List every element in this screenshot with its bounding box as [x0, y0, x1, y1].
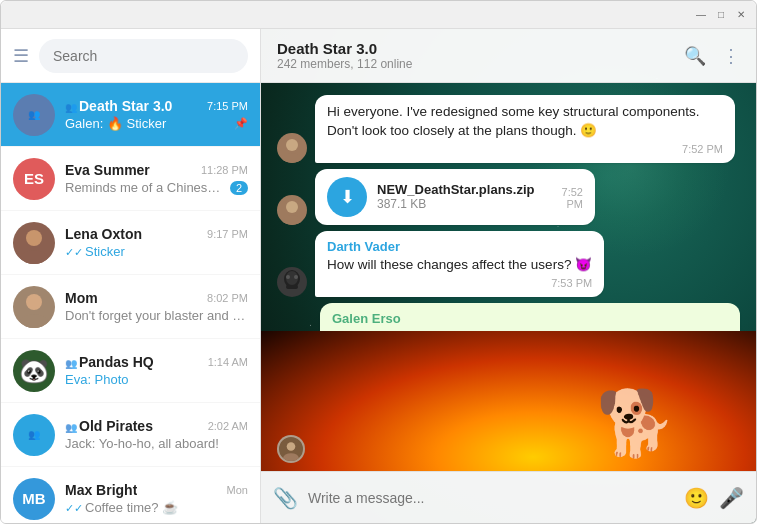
message-bubble: Darth Vader How will these changes affec… — [315, 231, 604, 297]
message-time: 7:53 PM — [327, 277, 592, 289]
file-bubble: ⬇ NEW_DeathStar.plans.zip 387.1 KB 7:52 … — [315, 169, 595, 225]
unread-badge: 2 — [230, 181, 248, 195]
chat-list-item[interactable]: 🐼 👥Pandas HQ 1:14 AM Eva: Photo — [1, 339, 260, 403]
chat-info: Mom 8:02 PM Don't forget your blaster an… — [65, 290, 248, 323]
chat-time: 2:02 AM — [208, 420, 248, 432]
chat-list-item[interactable]: ES Eva Summer 11:28 PM Reminds me of a C… — [1, 147, 260, 211]
chat-header-info: Death Star 3.0 242 members, 112 online — [277, 40, 412, 71]
chat-title: Death Star 3.0 — [277, 40, 412, 57]
explosion-background: 🐕 — [261, 331, 756, 471]
chat-preview: Galen: 🔥 Sticker — [65, 116, 234, 131]
search-icon[interactable]: 🔍 — [684, 45, 706, 67]
chat-time: Mon — [227, 484, 248, 496]
file-name: NEW_DeathStar.plans.zip — [377, 182, 534, 197]
chat-list-item[interactable]: 👥 👥Death Star 3.0 7:15 PM Galen: 🔥 Stick… — [1, 83, 260, 147]
chat-time: 8:02 PM — [207, 292, 248, 304]
chat-info: 👥Old Pirates 2:02 AM Jack: Yo-ho-ho, all… — [65, 418, 248, 451]
chat-name: Mom — [65, 290, 98, 306]
avatar — [277, 267, 307, 297]
svg-point-9 — [282, 153, 302, 163]
chat-info: Eva Summer 11:28 PM Reminds me of a Chin… — [65, 162, 248, 195]
close-button[interactable]: ✕ — [734, 8, 748, 22]
chat-info: Max Bright Mon ✓✓Coffee time? ☕ — [65, 482, 248, 515]
message-time: 7:52 PM — [327, 143, 723, 155]
chat-info: Lena Oxton 9:17 PM ✓✓Sticker — [65, 226, 248, 259]
mic-icon[interactable]: 🎤 — [719, 486, 744, 510]
svg-point-0 — [26, 230, 42, 246]
chat-list-item[interactable]: 👥 👥Old Pirates 2:02 AM Jack: Yo-ho-ho, a… — [1, 403, 260, 467]
file-time: 7:52 PM — [544, 186, 583, 210]
sidebar-header: ☰ — [1, 29, 260, 83]
search-input[interactable] — [39, 39, 248, 73]
message-row: Galen Erso This version can blow up two … — [277, 303, 740, 331]
download-icon: ⬇ — [327, 177, 367, 217]
svg-point-10 — [286, 201, 298, 213]
avatar — [277, 195, 307, 225]
chat-preview: ✓✓Coffee time? ☕ — [65, 500, 248, 515]
message-sender: Darth Vader — [327, 239, 592, 254]
chat-time: 1:14 AM — [208, 356, 248, 368]
chat-name: 👥Old Pirates — [65, 418, 153, 434]
input-area: 📎 🙂 🎤 — [261, 471, 756, 523]
chat-time: 9:17 PM — [207, 228, 248, 240]
chat-header: Death Star 3.0 242 members, 112 online 🔍… — [261, 29, 756, 83]
title-bar: — □ ✕ — [1, 1, 756, 29]
attach-icon[interactable]: 📎 — [273, 486, 298, 510]
message-sender: Galen Erso — [332, 311, 728, 326]
minimize-button[interactable]: — — [694, 8, 708, 22]
svg-point-14 — [286, 275, 290, 279]
chat-name: Lena Oxton — [65, 226, 142, 242]
avatar — [277, 133, 307, 163]
svg-point-1 — [20, 250, 48, 264]
chat-info: 👥Death Star 3.0 7:15 PM Galen: 🔥 Sticker… — [65, 98, 248, 131]
svg-point-2 — [26, 294, 42, 310]
chat-area: Death Star 3.0 242 members, 112 online 🔍… — [261, 29, 756, 523]
chat-header-actions: 🔍 ⋮ — [684, 45, 740, 67]
chat-subtitle: 242 members, 112 online — [277, 57, 412, 71]
svg-point-3 — [20, 314, 48, 328]
more-options-icon[interactable]: ⋮ — [722, 45, 740, 67]
svg-point-15 — [294, 275, 298, 279]
maximize-button[interactable]: □ — [714, 8, 728, 22]
chat-preview: Reminds me of a Chinese prove... — [65, 180, 226, 195]
chat-list: 👥 👥Death Star 3.0 7:15 PM Galen: 🔥 Stick… — [1, 83, 260, 523]
file-info: NEW_DeathStar.plans.zip 387.1 KB — [377, 182, 534, 211]
chat-preview: Don't forget your blaster and helmet — [65, 308, 248, 323]
app-body: ☰ 👥 👥Death Star 3.0 7:15 PM Galen: 🔥 Sti… — [1, 29, 756, 523]
chat-preview: ✓✓Sticker — [65, 244, 248, 259]
chat-name: 👥Death Star 3.0 — [65, 98, 172, 114]
message-row: ⬇ NEW_DeathStar.plans.zip 387.1 KB 7:52 … — [277, 169, 740, 225]
chat-time: 7:15 PM — [207, 100, 248, 112]
chat-list-item[interactable]: MB Max Bright Mon ✓✓Coffee time? ☕ — [1, 467, 260, 523]
message-row: Darth Vader How will these changes affec… — [277, 231, 740, 297]
svg-point-17 — [287, 442, 296, 451]
chat-list-item[interactable]: Lena Oxton 9:17 PM ✓✓Sticker — [1, 211, 260, 275]
svg-rect-16 — [286, 285, 298, 289]
message-bubble: Galen Erso This version can blow up two … — [320, 303, 740, 331]
svg-point-18 — [283, 453, 298, 462]
message-text: Hi everyone. I've redesigned some key st… — [327, 103, 723, 141]
message-input[interactable] — [308, 490, 674, 506]
file-size: 387.1 KB — [377, 197, 534, 211]
message-row: Hi everyone. I've redesigned some key st… — [277, 95, 740, 163]
chat-time: 11:28 PM — [201, 164, 248, 176]
chat-preview: Jack: Yo-ho-ho, all aboard! — [65, 436, 248, 451]
chat-name: Eva Summer — [65, 162, 150, 178]
messages-area: Hi everyone. I've redesigned some key st… — [261, 83, 756, 331]
sidebar: ☰ 👥 👥Death Star 3.0 7:15 PM Galen: 🔥 Sti… — [1, 29, 261, 523]
chat-info: 👥Pandas HQ 1:14 AM Eva: Photo — [65, 354, 248, 387]
hamburger-icon[interactable]: ☰ — [13, 45, 29, 67]
message-text: How will these changes affect the users?… — [327, 256, 592, 275]
chat-name: Max Bright — [65, 482, 137, 498]
chat-list-item[interactable]: Mom 8:02 PM Don't forget your blaster an… — [1, 275, 260, 339]
emoji-icon[interactable]: 🙂 — [684, 486, 709, 510]
svg-point-8 — [286, 139, 298, 151]
chat-preview: Eva: Photo — [65, 372, 248, 387]
chat-name: 👥Pandas HQ — [65, 354, 154, 370]
window-controls: — □ ✕ — [694, 8, 748, 22]
svg-point-11 — [282, 215, 302, 225]
chat-image-area: 🐕 — [261, 331, 756, 471]
message-bubble: Hi everyone. I've redesigned some key st… — [315, 95, 735, 163]
